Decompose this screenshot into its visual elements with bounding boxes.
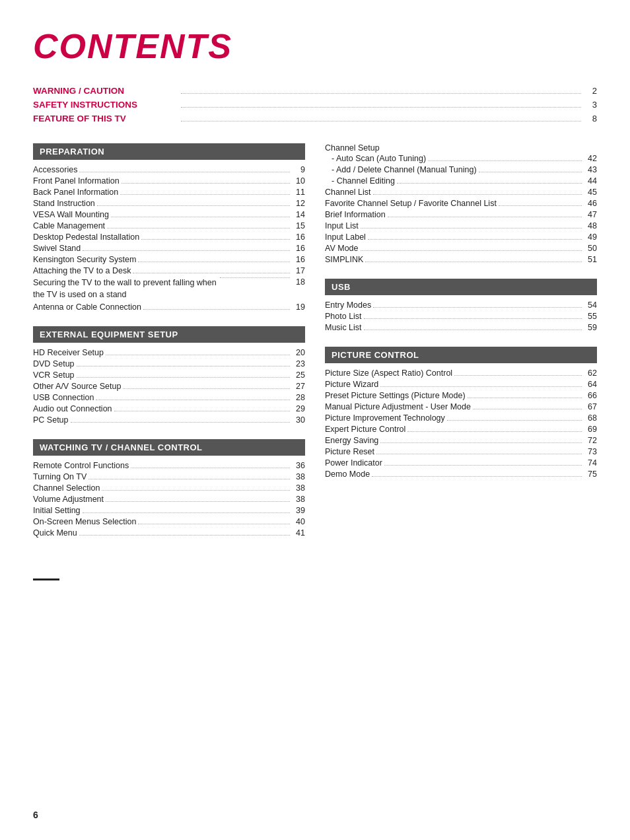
toc-page: 17 — [292, 266, 305, 275]
section-pre-label: Channel Setup — [325, 143, 597, 153]
toc-item-label: Input List — [325, 221, 359, 230]
toc-item-label: Cable Management — [33, 221, 105, 230]
toc-page: 42 — [584, 154, 597, 163]
toc-dots — [79, 172, 290, 172]
toc-section: Channel Setup- Auto Scan (Auto Tuning)42… — [325, 143, 597, 264]
toc-item: Picture Improvement Technology68 — [325, 413, 597, 423]
top-link-item: WARNING / CAUTION2 — [33, 86, 597, 96]
section-header: PICTURE CONTROL — [325, 347, 597, 363]
toc-dots — [83, 250, 290, 251]
toc-item-label: PC Setup — [33, 415, 69, 425]
main-content: PREPARATIONAccessories9Front Panel Infor… — [33, 143, 597, 552]
toc-page: 23 — [292, 359, 305, 368]
toc-item: Expert Picture Control69 — [325, 425, 597, 434]
toc-item: Input List48 — [325, 221, 597, 230]
toc-dots — [96, 400, 290, 400]
top-link-item: FEATURE OF THIS TV8 — [33, 114, 597, 123]
toc-dots — [376, 454, 582, 454]
top-link-label: SAFETY INSTRUCTIONS — [33, 100, 178, 110]
toc-item-label: Securing the TV to the wall to prevent f… — [33, 277, 218, 300]
toc-item-label: DVD Setup — [33, 359, 75, 368]
toc-page: 69 — [584, 425, 597, 434]
toc-page: 27 — [292, 382, 305, 391]
toc-item: Stand Instruction12 — [33, 199, 305, 208]
toc-item: Manual Picture Adjustment - User Mode67 — [325, 402, 597, 411]
toc-item-label: Desktop Pedestal Installation — [33, 232, 139, 242]
top-link-dots — [181, 93, 581, 94]
toc-page: 72 — [584, 436, 597, 445]
top-links-section: WARNING / CAUTION2SAFETY INSTRUCTIONS3FE… — [33, 86, 597, 123]
toc-item-label: VESA Wall Mounting — [33, 210, 109, 219]
toc-item-label: - Add / Delete Channel (Manual Tuning) — [332, 165, 477, 174]
toc-dots — [107, 228, 290, 228]
top-link-dots — [181, 121, 581, 122]
toc-item: Power Indicator74 — [325, 458, 597, 468]
toc-item-label: SIMPLINK — [325, 255, 363, 264]
toc-item: Accessories9 — [33, 165, 305, 174]
toc-item-label: Back Panel Information — [33, 188, 118, 197]
section-header: PREPARATION — [33, 143, 305, 160]
toc-page: 62 — [584, 368, 597, 378]
toc-page: 74 — [584, 458, 597, 468]
page-number: 6 — [33, 810, 38, 820]
toc-item-label: Entry Modes — [325, 300, 371, 310]
top-link-page: 3 — [584, 100, 597, 110]
toc-item: Audio out Connection29 — [33, 404, 305, 413]
toc-item-label: On-Screen Menus Selection — [33, 517, 136, 526]
toc-dots — [79, 535, 290, 536]
toc-item: Energy Saving72 — [325, 436, 597, 445]
toc-page: 49 — [584, 232, 597, 242]
toc-item-label: Picture Reset — [325, 447, 374, 456]
toc-dots — [120, 194, 290, 195]
toc-page: 54 — [584, 300, 597, 310]
toc-item-label: Antenna or Cable Connection — [33, 302, 141, 312]
toc-dots — [77, 366, 290, 367]
toc-item-label: Brief Information — [325, 210, 386, 219]
toc-item-label: Photo List — [325, 312, 362, 321]
toc-item-label: Expert Picture Control — [325, 425, 405, 434]
toc-item: Channel List45 — [325, 188, 597, 197]
toc-item: Brief Information47 — [325, 210, 597, 219]
top-link-label: WARNING / CAUTION — [33, 86, 178, 96]
toc-dots — [364, 318, 582, 319]
toc-dots — [106, 355, 290, 355]
toc-item: Demo Mode75 — [325, 470, 597, 479]
toc-dots — [123, 388, 290, 389]
toc-page: 46 — [584, 199, 597, 208]
toc-item-label: Audio out Connection — [33, 404, 112, 413]
toc-item: - Channel Editing44 — [325, 176, 597, 186]
toc-page: 43 — [584, 165, 597, 174]
top-link-item: SAFETY INSTRUCTIONS3 — [33, 100, 597, 110]
toc-page: 38 — [292, 495, 305, 504]
toc-item-label: Swivel Stand — [33, 244, 81, 253]
toc-page: 16 — [292, 255, 305, 264]
toc-page: 47 — [584, 210, 597, 219]
toc-item: PC Setup30 — [33, 415, 305, 425]
toc-item: Securing the TV to the wall to prevent f… — [33, 277, 305, 300]
toc-item: On-Screen Menus Selection40 — [33, 517, 305, 526]
toc-item: Picture Reset73 — [325, 447, 597, 456]
toc-item-label: Kensington Security System — [33, 255, 136, 264]
toc-item: Attaching the TV to a Desk17 — [33, 266, 305, 275]
right-column: Channel Setup- Auto Scan (Auto Tuning)42… — [325, 143, 597, 552]
toc-dots — [361, 228, 582, 228]
toc-page: 48 — [584, 221, 597, 230]
toc-item: Music List59 — [325, 323, 597, 332]
toc-item: Remote Control Functions36 — [33, 461, 305, 470]
toc-item: Volume Adjustment38 — [33, 495, 305, 504]
toc-item-label: Volume Adjustment — [33, 495, 104, 504]
toc-item: HD Receiver Setup20 — [33, 348, 305, 357]
toc-item-label: Stand Instruction — [33, 199, 95, 208]
toc-page: 28 — [292, 393, 305, 402]
toc-item: Other A/V Source Setup27 — [33, 382, 305, 391]
section-header: EXTERNAL EQUIPMENT SETUP — [33, 326, 305, 343]
toc-dots — [77, 377, 290, 378]
toc-item: Desktop Pedestal Installation16 — [33, 232, 305, 242]
toc-dots — [141, 239, 290, 240]
toc-item-label: Power Indicator — [325, 458, 382, 468]
toc-item: Back Panel Information11 — [33, 188, 305, 197]
toc-item-label: Initial Setting — [33, 506, 81, 515]
toc-item-label: Input Label — [325, 232, 366, 242]
toc-page: 9 — [292, 165, 305, 174]
toc-item-label: Demo Mode — [325, 470, 370, 479]
